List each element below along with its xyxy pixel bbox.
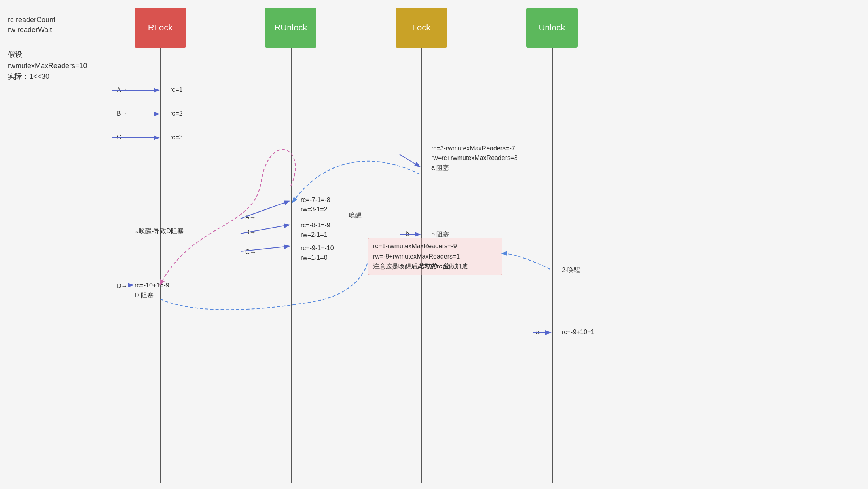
vline-runlock <box>291 48 292 483</box>
runlock-rc1: rc=-7-1=-8 <box>301 196 330 204</box>
c-arrow: C→ <box>117 134 128 141</box>
runlock-rw3: rw=1-1=0 <box>301 254 328 261</box>
highlight-line3: 注意这是唤醒后此时的rc值做加减 <box>373 261 497 272</box>
runlock-B-arrow: B→ <box>245 229 256 236</box>
section-title: 假设 <box>8 50 87 59</box>
rlock-d-rc: rc=-10+1=-9 <box>135 282 169 289</box>
col-unlock: Unlock <box>526 8 578 48</box>
section-item-0: rwmutexMaxReaders=10 <box>8 62 87 70</box>
rc2-label: rc=2 <box>170 110 183 117</box>
runlock-C-arrow: C→ <box>245 249 256 256</box>
runlock-rw2: rw=2-1=1 <box>301 231 328 238</box>
lock-b-arrow: b→ <box>406 230 415 238</box>
legend: rc readerCount rw readerWait 假设 rwmutexM… <box>8 16 87 83</box>
unlock-a-arrow: a→ <box>536 329 546 336</box>
runlock-rc2: rc=-8-1=-9 <box>301 222 330 229</box>
rc1-label: rc=1 <box>170 86 183 93</box>
diagram-container: rc readerCount rw readerWait 假设 rwmutexM… <box>0 0 868 489</box>
highlight-italic: 此时的rc值 <box>417 263 449 270</box>
b-arrow: B→ <box>117 110 127 117</box>
wakeup-label: 唤醒 <box>349 211 362 220</box>
runlock-rc3: rc=-9-1=-10 <box>301 245 334 252</box>
highlight-line2: rw=-9+rwmutexMaxReaders=1 <box>373 251 497 262</box>
highlight-line1: rc=1-rwmutexMaxReaders=-9 <box>373 241 497 251</box>
d-arrow: D→ <box>117 283 128 290</box>
legend-rc: rc readerCount <box>8 16 87 24</box>
runlock-rw1: rw=3-1=2 <box>301 206 328 213</box>
a-wakeup-d-note: a唤醒-导致D阻塞 <box>135 227 184 236</box>
legend-section: 假设 rwmutexMaxReaders=10 实际：1<<30 <box>8 50 87 81</box>
lock-a-rc: rc=3-rwmutexMaxReaders=-7 <box>431 145 515 152</box>
runlock-A-arrow: A→ <box>245 214 256 221</box>
rc3-label: rc=3 <box>170 134 183 141</box>
legend-rw: rw readerWait <box>8 26 87 34</box>
vline-rlock <box>160 48 161 483</box>
unlock-2-wakeup: 2-唤醒 <box>562 266 580 274</box>
section-item-1: 实际：1<<30 <box>8 72 87 81</box>
a-arrow: A→ <box>117 86 127 93</box>
unlock-a-rc: rc=-9+10=1 <box>562 329 594 336</box>
vline-unlock <box>552 48 553 483</box>
rlock-d-block: D 阻塞 <box>135 291 154 300</box>
col-rlock: RLock <box>135 8 186 48</box>
col-runlock: RUnlock <box>265 8 316 48</box>
col-lock: Lock <box>396 8 447 48</box>
svg-line-3 <box>400 154 419 166</box>
lock-a-rw: rw=rc+rwmutexMaxReaders=3 <box>431 154 517 162</box>
highlight-box: rc=1-rwmutexMaxReaders=-9 rw=-9+rwmutexM… <box>368 238 502 275</box>
lock-a-block: a 阻塞 <box>431 164 449 172</box>
